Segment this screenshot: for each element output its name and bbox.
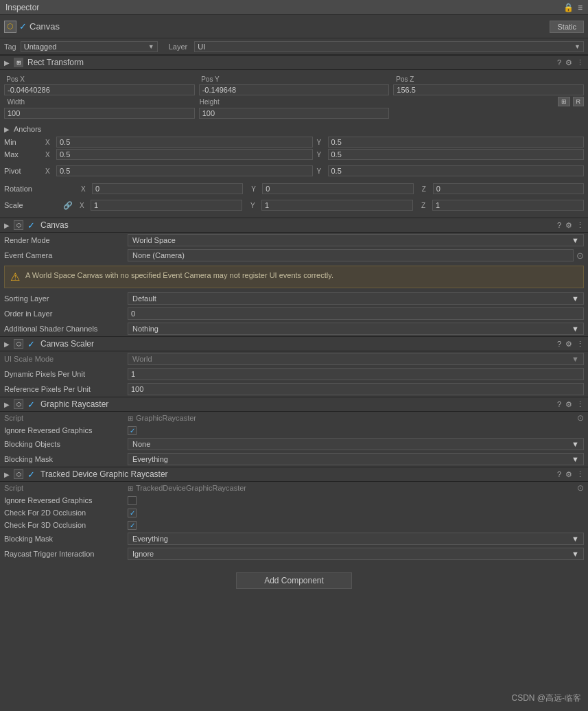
anchor-max-x[interactable]: [56, 149, 313, 160]
graphic-raycaster-check[interactable]: ✓: [27, 399, 35, 410]
graphic-raycaster-more[interactable]: ⋮: [576, 400, 584, 409]
rect-transform-arrow[interactable]: ▶: [4, 59, 10, 67]
anchor-max-y[interactable]: [328, 149, 585, 160]
td-blocking-mask-dropdown[interactable]: Everything ▼: [128, 533, 584, 545]
tag-dropdown[interactable]: Untagged ▼: [21, 41, 158, 52]
td-raycast-trigger-row: Raycast Trigger Interaction Ignore ▼: [0, 546, 588, 561]
posz-input[interactable]: 156.5: [393, 84, 584, 95]
canvas-scaler-settings[interactable]: ⚙: [565, 340, 572, 349]
gr-script-select[interactable]: ⊙: [577, 413, 584, 423]
gr-blocking-mask-label: Blocking Mask: [4, 455, 128, 463]
canvas-scaler-body: UI Scale Mode World ▼ Dynamic Pixels Per…: [0, 351, 588, 397]
canvas-more[interactable]: ⋮: [576, 221, 584, 230]
td-blocking-mask-row: Blocking Mask Everything ▼: [0, 531, 588, 546]
td-3d-occlusion-label: Check For 3D Occlusion: [4, 521, 128, 529]
pivot-x-group: X: [45, 165, 313, 176]
scale-label: Scale: [4, 201, 59, 209]
td-script-select[interactable]: ⊙: [577, 483, 584, 493]
pivot-y[interactable]: [328, 165, 585, 176]
canvas-settings[interactable]: ⚙: [565, 221, 572, 230]
posy-input[interactable]: -0.149648: [199, 84, 390, 95]
ui-scale-mode-label: UI Scale Mode: [4, 355, 128, 363]
tracked-device-settings[interactable]: ⚙: [565, 470, 572, 479]
canvas-header: ▶ ⬡ ✓ Canvas ? ⚙ ⋮: [0, 218, 588, 233]
scale-z[interactable]: [432, 200, 584, 211]
anchors-arrow[interactable]: ▶: [4, 126, 10, 133]
canvas-help[interactable]: ?: [557, 221, 561, 229]
anchors-label: Anchors: [14, 125, 137, 133]
pivot-y-group: Y: [317, 165, 585, 176]
posx-input[interactable]: -0.04640286: [4, 84, 195, 95]
height-input[interactable]: [199, 108, 390, 119]
gr-ignore-reversed-label: Ignore Reversed Graphics: [4, 426, 128, 434]
anchor-max-label: Max: [4, 150, 45, 159]
gameobject-checkbox[interactable]: ✓: [19, 21, 27, 32]
ui-scale-mode-dropdown[interactable]: World ▼: [128, 353, 584, 365]
graphic-raycaster-settings[interactable]: ⚙: [565, 400, 572, 409]
gr-blocking-mask-dropdown[interactable]: Everything ▼: [128, 453, 584, 465]
anchor-min-x[interactable]: [56, 137, 313, 148]
tracked-device-check[interactable]: ✓: [27, 469, 35, 480]
scale-y[interactable]: [261, 200, 413, 211]
rect-transform-settings[interactable]: ⚙: [565, 58, 572, 67]
pivot-section: Pivot X Y: [0, 164, 588, 180]
canvas-arrow[interactable]: ▶: [4, 222, 10, 229]
canvas-scaler-check[interactable]: ✓: [27, 339, 35, 349]
canvas-scaler-arrow[interactable]: ▶: [4, 340, 10, 348]
td-3d-occlusion-checkbox[interactable]: ✓: [128, 521, 137, 530]
tracked-device-more[interactable]: ⋮: [576, 470, 584, 479]
rect-transform-icon: ⊞: [14, 58, 23, 67]
anchor-max-x-group: X: [45, 149, 313, 160]
pivot-x[interactable]: [56, 165, 313, 176]
canvas-scaler-help[interactable]: ?: [557, 340, 561, 348]
gr-script-icon: ⊞: [128, 415, 133, 422]
rotation-y[interactable]: [262, 183, 413, 194]
td-raycast-trigger-dropdown[interactable]: Ignore ▼: [128, 548, 584, 560]
td-ignore-reversed-checkbox[interactable]: [128, 496, 137, 505]
td-script-value: ⊞ TrackedDeviceGraphicRaycaster: [128, 484, 577, 492]
lock-icon[interactable]: 🔒: [563, 3, 574, 12]
shader-channels-dropdown[interactable]: Nothing ▼: [128, 323, 584, 335]
rect-transform-more[interactable]: ⋮: [576, 58, 584, 67]
canvas-section-icon: ⬡: [14, 220, 23, 230]
scale-x[interactable]: [91, 200, 242, 211]
tracked-device-help[interactable]: ?: [557, 470, 561, 478]
event-camera-dropdown[interactable]: None (Camera): [128, 249, 574, 261]
render-mode-label: Render Mode: [4, 236, 128, 244]
gr-blocking-objects-dropdown[interactable]: None ▼: [128, 438, 584, 450]
graphic-raycaster-body: Script ⊞ GraphicRaycaster ⊙ Ignore Rever…: [0, 412, 588, 467]
posz-label: Pos Z: [393, 75, 414, 83]
rotation-label: Rotation: [4, 185, 73, 193]
rect-transform-help[interactable]: ?: [557, 58, 561, 67]
graphic-raycaster-help[interactable]: ?: [557, 400, 561, 408]
ref-pixels-input[interactable]: 100: [128, 383, 584, 395]
td-2d-occlusion-checkbox[interactable]: ✓: [128, 509, 137, 517]
dynamic-pixels-input[interactable]: 1: [128, 368, 584, 380]
width-input[interactable]: [4, 108, 195, 119]
scale-coords: Scale 🔗 X Y Z: [0, 198, 588, 215]
rotation-x[interactable]: [92, 183, 243, 194]
anchor-grid-btn[interactable]: ⊞: [558, 97, 570, 106]
tracked-device-arrow[interactable]: ▶: [4, 471, 10, 478]
canvas-check[interactable]: ✓: [27, 220, 35, 231]
tag-layer-row: Tag Untagged ▼ Layer UI ▼: [0, 38, 588, 55]
ref-pixels-label: Reference Pixels Per Unit: [4, 385, 128, 393]
td-raycast-trigger-label: Raycast Trigger Interaction: [4, 550, 128, 558]
canvas-section-title: Canvas: [40, 220, 554, 230]
event-camera-select-btn[interactable]: ⊙: [576, 250, 584, 261]
anchor-min-x-group: X: [45, 137, 313, 148]
order-in-layer-input[interactable]: 0: [128, 307, 584, 320]
canvas-scaler-icon: ⬡: [14, 339, 23, 349]
render-mode-dropdown[interactable]: World Space ▼: [128, 234, 584, 246]
rotation-z[interactable]: [433, 183, 584, 194]
gr-ignore-reversed-checkbox[interactable]: ✓: [128, 426, 137, 435]
layer-dropdown[interactable]: UI ▼: [194, 41, 584, 52]
anchor-min-y[interactable]: [328, 137, 585, 148]
reset-btn[interactable]: R: [573, 97, 585, 106]
graphic-raycaster-arrow[interactable]: ▶: [4, 401, 10, 408]
menu-icon[interactable]: ≡: [578, 3, 583, 12]
sorting-layer-dropdown[interactable]: Default ▼: [128, 292, 584, 305]
add-component-button[interactable]: Add Component: [236, 572, 352, 589]
static-button[interactable]: Static: [550, 21, 584, 33]
canvas-scaler-more[interactable]: ⋮: [576, 340, 584, 349]
